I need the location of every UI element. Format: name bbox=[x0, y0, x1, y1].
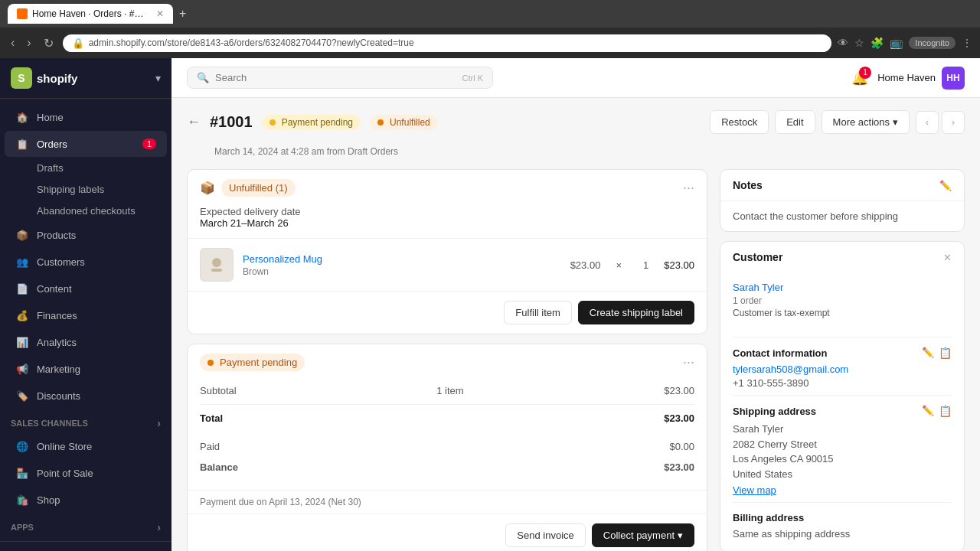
more-actions-button[interactable]: More actions ▾ bbox=[822, 110, 910, 134]
contact-copy-btn[interactable]: 📋 bbox=[939, 347, 952, 359]
tab-close-btn[interactable]: ✕ bbox=[156, 8, 164, 19]
prev-order-btn[interactable]: ‹ bbox=[916, 111, 939, 134]
eye-slash-icon[interactable]: 👁 bbox=[838, 37, 848, 49]
sidebar-item-label-shop: Shop bbox=[37, 494, 60, 506]
browser-tab[interactable]: Home Haven · Orders · #1001 ✕ bbox=[8, 4, 173, 24]
notes-content: Contact the customer before shipping bbox=[720, 201, 964, 231]
sidebar-item-marketing[interactable]: 📢 Marketing bbox=[5, 356, 167, 382]
apps-label: Apps › bbox=[0, 514, 172, 536]
search-bar[interactable]: 🔍 Ctrl K bbox=[187, 67, 493, 89]
payment-menu-btn[interactable]: ··· bbox=[683, 354, 694, 370]
contact-phone: +1 310-555-3890 bbox=[733, 377, 952, 389]
fulfill-header: 📦 Unfulfilled (1) bbox=[200, 179, 296, 197]
customer-name[interactable]: Sarah Tyler bbox=[733, 282, 783, 293]
store-profile[interactable]: Home Haven HH bbox=[877, 67, 965, 90]
shipping-edit-btn[interactable]: ✏️ bbox=[922, 405, 934, 417]
product-variant: Brown bbox=[243, 266, 561, 277]
fulfillment-card: 📦 Unfulfilled (1) ··· Expected delivery … bbox=[187, 169, 707, 334]
create-shipping-label-button[interactable]: Create shipping label bbox=[578, 301, 694, 324]
sidebar-sub-drafts[interactable]: Drafts bbox=[5, 158, 167, 178]
sidebar-item-customers[interactable]: 👥 Customers bbox=[5, 249, 167, 275]
sales-channels-expand[interactable]: › bbox=[157, 417, 161, 429]
fulfillment-menu-btn[interactable]: ··· bbox=[683, 180, 694, 196]
fulfillment-card-header: 📦 Unfulfilled (1) ··· bbox=[188, 170, 707, 206]
sidebar-sub-shipping-labels[interactable]: Shipping labels bbox=[5, 179, 167, 200]
content-grid: 📦 Unfulfilled (1) ··· Expected delivery … bbox=[187, 169, 965, 551]
sidebar-item-home[interactable]: 🏠 Home bbox=[5, 104, 167, 130]
payment-title: Payment pending bbox=[220, 357, 297, 368]
sidebar-item-label-products: Products bbox=[37, 230, 76, 241]
address-bar[interactable]: 🔒 admin.shopify.com/store/de8143-a6/orde… bbox=[63, 34, 832, 52]
collect-payment-button[interactable]: Collect payment ▾ bbox=[592, 523, 694, 547]
customer-close-btn[interactable]: ✕ bbox=[943, 252, 952, 263]
shipping-copy-btn[interactable]: 📋 bbox=[939, 405, 952, 417]
sidebar-sub-abandoned-checkouts[interactable]: Abandoned checkouts bbox=[5, 201, 167, 221]
sidebar-item-content[interactable]: 📄 Content bbox=[5, 276, 167, 302]
search-input[interactable] bbox=[215, 72, 456, 83]
sidebar-item-products[interactable]: 📦 Products bbox=[5, 222, 167, 248]
sidebar-item-analytics[interactable]: 📊 Analytics bbox=[5, 329, 167, 355]
browser-chrome: Home Haven · Orders · #1001 ✕ + bbox=[0, 0, 980, 28]
sidebar-item-pos[interactable]: 🏪 Point of Sale bbox=[5, 460, 167, 486]
back-btn[interactable]: ‹ bbox=[8, 33, 18, 53]
reload-btn[interactable]: ↻ bbox=[41, 33, 57, 54]
sidebar-item-orders[interactable]: 📋 Orders 1 bbox=[5, 131, 167, 157]
pos-icon: 🏪 bbox=[15, 466, 29, 480]
tab-favicon bbox=[17, 8, 28, 19]
sidebar-item-finances[interactable]: 💰 Finances bbox=[5, 302, 167, 328]
shipping-name: Sarah Tyler bbox=[733, 422, 952, 437]
bookmark-icon[interactable]: ☆ bbox=[854, 37, 864, 49]
top-bar: 🔍 Ctrl K 🔔 1 Home Haven HH bbox=[172, 58, 980, 98]
notes-title: Notes bbox=[733, 179, 763, 191]
restock-button[interactable]: Restock bbox=[710, 110, 769, 134]
payment-actions: Send invoice Collect payment ▾ bbox=[188, 514, 707, 551]
sidebar-toggle[interactable]: ▾ bbox=[155, 72, 161, 84]
sidebar-item-label-orders: Orders bbox=[37, 139, 67, 150]
fulfill-item-button[interactable]: Fulfill item bbox=[504, 301, 572, 324]
extension-icon[interactable]: 🧩 bbox=[871, 37, 884, 49]
apps-expand[interactable]: › bbox=[157, 521, 161, 533]
new-tab-btn[interactable]: + bbox=[179, 7, 186, 21]
total-value: $23.00 bbox=[664, 412, 694, 424]
payment-card: Payment pending ··· Subtotal 1 item $23.… bbox=[187, 344, 707, 551]
shopify-icon: S bbox=[11, 67, 32, 89]
subtotal-row: Subtotal 1 item $23.00 bbox=[200, 380, 694, 401]
product-total: $23.00 bbox=[664, 259, 694, 271]
incognito-badge: Incognito bbox=[909, 37, 956, 49]
edit-button[interactable]: Edit bbox=[775, 110, 815, 134]
view-map-link[interactable]: View map bbox=[733, 484, 952, 496]
search-shortcut: Ctrl K bbox=[462, 73, 484, 83]
total-row: Total $23.00 bbox=[200, 404, 694, 429]
paid-row: Paid $0.00 bbox=[200, 436, 694, 457]
sidebar-header: S shopify ▾ bbox=[0, 58, 172, 99]
customer-card-header: Customer ✕ bbox=[720, 242, 964, 272]
product-qty: 1 bbox=[643, 259, 648, 271]
product-name[interactable]: Personalized Mug bbox=[243, 253, 561, 265]
home-icon: 🏠 bbox=[15, 110, 29, 124]
search-icon: 🔍 bbox=[197, 72, 209, 83]
sidebar-item-online-store[interactable]: 🌐 Online Store bbox=[5, 433, 167, 459]
forward-btn[interactable]: › bbox=[24, 33, 34, 53]
sidebar: S shopify ▾ 🏠 Home 📋 Orders 1 Drafts Shi… bbox=[0, 58, 172, 551]
sidebar-item-label-finances: Finances bbox=[37, 310, 77, 321]
fulfill-actions: Fulfill item Create shipping label bbox=[188, 291, 707, 334]
main-content: 🔍 Ctrl K 🔔 1 Home Haven HH ← #1001 bbox=[172, 58, 980, 551]
app-container: S shopify ▾ 🏠 Home 📋 Orders 1 Drafts Shi… bbox=[0, 58, 980, 551]
product-price: $23.00 bbox=[570, 259, 601, 271]
notes-edit-btn[interactable]: ✏️ bbox=[939, 180, 952, 191]
contact-email[interactable]: tylersarah508@gmail.com bbox=[733, 364, 952, 375]
shipping-address-section: Shipping address ✏️ 📋 Sarah Tyler 2082 C… bbox=[720, 396, 964, 496]
send-invoice-button[interactable]: Send invoice bbox=[505, 523, 585, 547]
contact-edit-btn[interactable]: ✏️ bbox=[922, 347, 934, 359]
sidebar-item-discounts[interactable]: 🏷️ Discounts bbox=[5, 383, 167, 409]
shipping-city-state: Los Angeles CA 90015 bbox=[733, 452, 952, 467]
next-order-btn[interactable]: › bbox=[942, 111, 965, 134]
notes-card: Notes ✏️ Contact the customer before shi… bbox=[720, 169, 965, 232]
sidebar-item-shop[interactable]: 🛍️ Shop bbox=[5, 487, 167, 513]
back-to-orders-btn[interactable]: ← bbox=[187, 114, 201, 130]
cast-icon[interactable]: 📺 bbox=[890, 37, 903, 49]
menu-icon[interactable]: ⋮ bbox=[962, 37, 972, 49]
notification-bell[interactable]: 🔔 1 bbox=[851, 70, 868, 86]
total-label: Total bbox=[200, 412, 223, 424]
sidebar-item-label-online-store: Online Store bbox=[37, 441, 92, 452]
